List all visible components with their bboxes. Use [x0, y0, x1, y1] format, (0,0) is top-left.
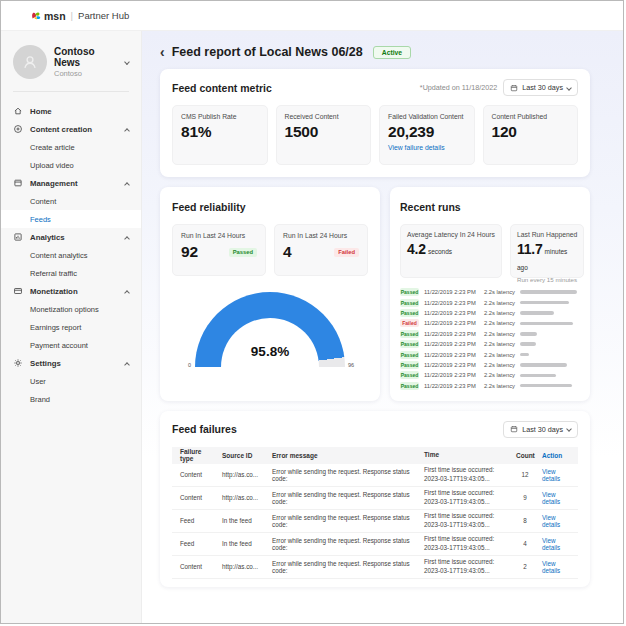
tile-unit: seconds	[428, 248, 452, 255]
card-title: Feed failures	[172, 423, 237, 435]
analytics-icon	[13, 232, 23, 242]
table-row: Content http://as.co... Error while send…	[172, 464, 578, 487]
view-failure-details-link[interactable]: View failure details	[388, 144, 466, 151]
run-latency: 2.2s latency	[484, 310, 515, 316]
run-time: 11/22/2019 2:23 PM	[424, 300, 479, 306]
metric-tile-content-published: Content Published 120	[483, 105, 579, 165]
run-status-badge: Passed	[400, 309, 419, 317]
sidebar-item-create-article[interactable]: Create article	[1, 138, 141, 156]
run-latency: 2.2s latency	[484, 341, 515, 347]
chevron-up-icon	[124, 236, 130, 242]
source-id-cell: In the feed	[218, 540, 268, 547]
sidebar-item-content-creation[interactable]: Content creation	[1, 120, 141, 138]
sidebar-item-content-analytics[interactable]: Content analytics	[1, 246, 141, 264]
run-row: Passed11/22/2019 2:23 PM2.2s latency	[400, 329, 580, 339]
run-time: 11/22/2019 2:23 PM	[424, 289, 479, 295]
monetization-icon	[13, 286, 23, 296]
tile-value-row: 92 Passed	[181, 243, 257, 261]
failures-date-range-dropdown[interactable]: Last 30 days	[503, 421, 578, 438]
sidebar-item-label: Management	[30, 179, 78, 188]
error-message-cell: Error while sending the request. Respons…	[268, 468, 420, 482]
view-details-link[interactable]: View details	[538, 468, 578, 482]
sidebar-item-label: Create article	[30, 143, 75, 152]
sidebar-item-label: Content	[30, 197, 56, 206]
sidebar-item-label: User	[30, 377, 46, 386]
sidebar-item-earnings-report[interactable]: Earnings report	[1, 318, 141, 336]
home-icon	[13, 106, 23, 116]
person-icon	[21, 53, 39, 71]
sidebar-item-brand[interactable]: Brand	[1, 390, 141, 408]
run-row: Passed11/22/2019 2:23 PM2.2s latency	[400, 381, 580, 391]
run-latency: 2.2s latency	[484, 289, 515, 295]
calendar-icon	[510, 84, 518, 92]
view-details-link[interactable]: View details	[538, 514, 578, 528]
msn-butterfly-icon	[31, 11, 41, 21]
run-time: 11/22/2019 2:23 PM	[424, 372, 479, 378]
table-row: Feed In the feed Error while sending the…	[172, 510, 578, 533]
sidebar-item-monetization[interactable]: Monetization	[1, 282, 141, 300]
source-id-cell: http://as.co...	[218, 494, 268, 501]
account-switcher[interactable]: Contoso News Contoso	[1, 31, 141, 91]
tile-value-row: 4 Failed	[283, 243, 359, 261]
tile-label: Run In Last 24 Hours	[181, 232, 257, 239]
sidebar-item-feeds[interactable]: Feeds	[1, 210, 141, 228]
error-message-cell: Error while sending the request. Respons…	[268, 537, 420, 551]
sidebar-item-home[interactable]: Home	[1, 102, 141, 120]
sidebar-item-upload-video[interactable]: Upload video	[1, 156, 141, 174]
avatar	[13, 45, 47, 79]
calendar-icon	[510, 425, 518, 433]
run-duration-bar	[520, 322, 580, 326]
date-range-dropdown[interactable]: Last 30 days	[503, 79, 578, 96]
sidebar-item-settings[interactable]: Settings	[1, 354, 141, 372]
tile-value: 11.7	[517, 241, 543, 257]
back-icon[interactable]: ‹	[160, 47, 165, 57]
msn-logo[interactable]: msn	[31, 10, 66, 22]
reliability-gauge: 95.8% 0 96	[185, 292, 355, 374]
run-status-badge: Passed	[400, 371, 419, 379]
time-line: First time issue occurred:	[424, 489, 508, 498]
sidebar-item-content[interactable]: Content	[1, 192, 141, 210]
run-latency: 2.2s latency	[484, 383, 515, 389]
view-details-link[interactable]: View details	[538, 537, 578, 551]
run-row: Passed11/22/2019 2:23 PM2.2s latency	[400, 308, 580, 318]
metric-value: 20,239	[388, 123, 466, 141]
sidebar-item-label: Monetization	[30, 287, 78, 296]
time-line: 2023-03-17T19:43:05...	[424, 498, 508, 507]
sidebar-item-label: Referral traffic	[30, 269, 77, 278]
run-status-badge: Passed	[400, 340, 419, 348]
sidebar-item-monetization-options[interactable]: Monetization options	[1, 300, 141, 318]
page-title: Feed report of Local News 06/28	[172, 45, 363, 59]
time-cell: First time issue occurred:2023-03-17T19:…	[420, 558, 512, 575]
main-content: ‹ Feed report of Local News 06/28 Active…	[142, 31, 623, 624]
sidebar-item-payment-account[interactable]: Payment account	[1, 336, 141, 354]
metric-tile-received-content: Received Content 1500	[276, 105, 372, 165]
time-cell: First time issue occurred:2023-03-17T19:…	[420, 489, 512, 506]
count-cell: 8	[512, 517, 538, 524]
run-latency: 2.2s latency	[484, 352, 515, 358]
recent-runs-tiles: Average Latency In 24 Hours 4.2seconds L…	[400, 224, 580, 278]
topbar: msn | Partner Hub	[1, 1, 623, 31]
run-duration-bar	[520, 384, 580, 388]
column-header: Source ID	[218, 452, 268, 459]
view-details-link[interactable]: View details	[538, 491, 578, 505]
sidebar-item-referral-traffic[interactable]: Referral traffic	[1, 264, 141, 282]
app-shell: Contoso News Contoso Home Content creati…	[1, 31, 623, 624]
partner-hub-app: msn | Partner Hub Contoso News Contoso	[0, 0, 624, 624]
middle-row: Feed reliability Run In Last 24 Hours 92…	[160, 187, 590, 401]
sidebar-item-label: Brand	[30, 395, 50, 404]
sidebar-item-management[interactable]: Management	[1, 174, 141, 192]
sidebar-item-user[interactable]: User	[1, 372, 141, 390]
run-latency: 2.2s latency	[484, 331, 515, 337]
status-badge: Active	[373, 46, 411, 59]
run-time: 11/22/2019 2:23 PM	[424, 352, 479, 358]
sidebar-item-analytics[interactable]: Analytics	[1, 228, 141, 246]
tile-label: Average Latency In 24 Hours	[407, 231, 495, 238]
view-details-link[interactable]: View details	[538, 560, 578, 574]
feed-content-metric-card: Feed content metric *Updated on 11/18/20…	[160, 69, 590, 177]
tile-label: Run In Last 24 Hours	[283, 232, 359, 239]
run-row: Failed11/22/2019 2:23 PM2.2s latency	[400, 318, 580, 328]
run-row: Passed11/22/2019 2:23 PM2.2s latency	[400, 360, 580, 370]
metric-tiles: CMS Publish Rate 81% Received Content 15…	[172, 105, 578, 165]
run-time: 11/22/2019 2:23 PM	[424, 383, 479, 389]
tile-value-row: 11.7minutes ago	[517, 241, 577, 273]
